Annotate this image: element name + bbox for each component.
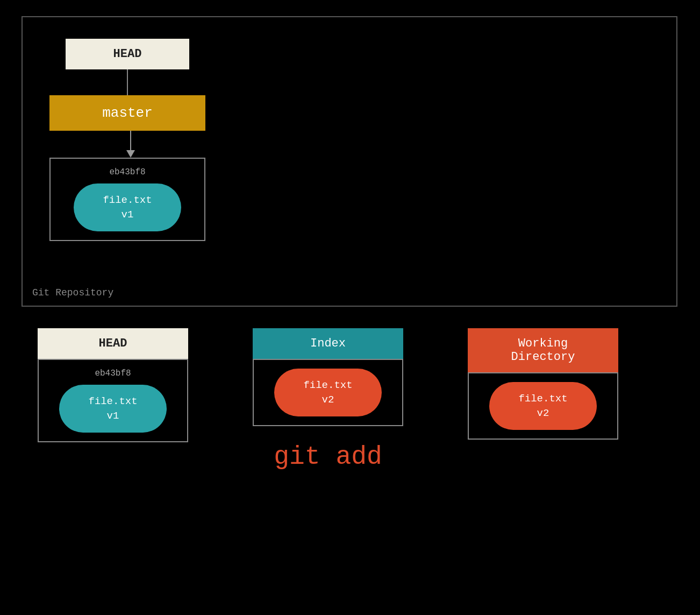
master-box: master — [49, 95, 205, 131]
file-name-top: file.txt — [103, 194, 152, 206]
head-label-top: HEAD — [113, 47, 142, 61]
file-version-top: v1 — [122, 209, 134, 221]
commit-hash-top: eb43bf8 — [61, 167, 194, 177]
file-version-index: v2 — [322, 394, 334, 406]
bottom-section: HEAD eb43bf8 file.txt v1 Index file.txt … — [22, 328, 677, 471]
git-repository-box: HEAD master eb43bf8 file.txt v1 — [22, 16, 677, 307]
index-box: Index — [253, 328, 403, 359]
file-blob-teal-top: file.txt v1 — [74, 183, 181, 231]
head-box-bottom: HEAD — [38, 328, 188, 359]
git-add-label: git add — [274, 442, 382, 471]
git-repo-label: Git Repository — [32, 287, 113, 298]
file-name-index: file.txt — [303, 379, 352, 391]
head-column: HEAD eb43bf8 file.txt v1 — [22, 328, 204, 442]
arrow-head — [126, 150, 135, 158]
master-label: master — [102, 105, 153, 121]
head-box-top: HEAD — [66, 39, 189, 69]
file-blob-orange-index: file.txt v2 — [274, 369, 382, 416]
working-dir-box: Working Directory — [468, 328, 618, 372]
arrow-down — [126, 131, 135, 158]
working-dir-label-line2: Directory — [511, 350, 575, 364]
head-label-bottom: HEAD — [99, 337, 127, 350]
index-column: Index file.txt v2 git add — [237, 328, 419, 471]
working-dir-column: Working Directory file.txt v2 — [452, 328, 634, 440]
working-dir-label-line1: Working — [518, 337, 568, 350]
file-name-bottom-head: file.txt — [88, 395, 137, 407]
file-version-working: v2 — [537, 407, 549, 419]
commit-box-top: eb43bf8 file.txt v1 — [49, 158, 205, 241]
index-content-box: file.txt v2 — [253, 359, 403, 426]
arrow-line — [130, 131, 131, 150]
connector-head-master — [127, 69, 128, 95]
file-name-working: file.txt — [518, 393, 567, 405]
commit-box-bottom: eb43bf8 file.txt v1 — [38, 359, 188, 442]
file-blob-orange-working: file.txt v2 — [489, 382, 597, 430]
file-blob-teal-bottom: file.txt v1 — [59, 385, 167, 433]
index-label: Index — [310, 337, 346, 350]
commit-hash-bottom: eb43bf8 — [49, 369, 176, 378]
file-version-bottom-head: v1 — [107, 410, 119, 422]
working-dir-content-box: file.txt v2 — [468, 372, 618, 440]
main-container: HEAD master eb43bf8 file.txt v1 — [0, 0, 700, 615]
